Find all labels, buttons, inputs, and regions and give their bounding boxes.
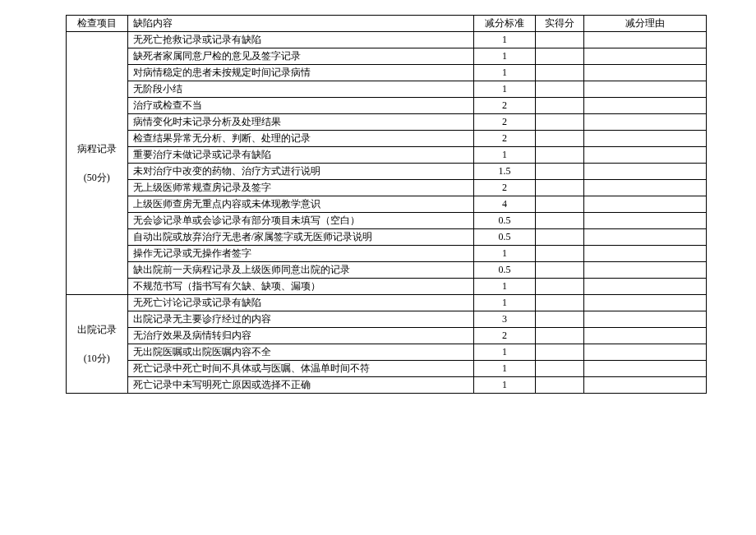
table-row: 死亡记录中未写明死亡原因或选择不正确1 <box>67 377 707 394</box>
defect-content-cell: 对病情稳定的患者未按规定时间记录病情 <box>127 65 474 81</box>
actual-score-cell <box>535 328 583 344</box>
defect-content-cell: 死亡记录中死亡时间不具体或与医嘱、体温单时间不符 <box>127 361 474 377</box>
deduct-reason-cell <box>583 32 706 48</box>
table-row: 上级医师查房无重点内容或未体现教学意识4 <box>67 196 707 213</box>
table-row: 病程记录(50分)无死亡抢救记录或记录有缺陷1 <box>67 32 707 48</box>
actual-score-cell <box>535 344 583 361</box>
defect-content-cell: 无上级医师常规查房记录及签字 <box>127 180 474 196</box>
actual-score-cell <box>535 131 583 147</box>
deduct-reason-cell <box>583 229 706 246</box>
defect-content-cell: 无出院医嘱或出院医嘱内容不全 <box>127 344 474 361</box>
header-deduct-reason: 减分理由 <box>583 16 706 32</box>
defect-content-cell: 无死亡抢救记录或记录有缺陷 <box>127 32 474 48</box>
table-row: 无会诊记录单或会诊记录有部分项目未填写（空白）0.5 <box>67 213 707 229</box>
deduct-reason-cell <box>583 196 706 213</box>
deduct-std-cell: 1 <box>474 32 536 48</box>
actual-score-cell <box>535 262 583 279</box>
defect-content-cell: 未对治疗中改变的药物、治疗方式进行说明 <box>127 164 474 180</box>
deduct-reason-cell <box>583 246 706 262</box>
deduct-std-cell: 1 <box>474 344 536 361</box>
defect-content-cell: 缺出院前一天病程记录及上级医师同意出院的记录 <box>127 262 474 279</box>
category-points: (50分) <box>70 172 124 184</box>
deduct-std-cell: 2 <box>474 180 536 196</box>
deduct-reason-cell <box>583 295 706 311</box>
deduct-std-cell: 2 <box>474 114 536 131</box>
deduct-std-cell: 1 <box>474 361 536 377</box>
table-row: 无上级医师常规查房记录及签字2 <box>67 180 707 196</box>
deduct-reason-cell <box>583 164 706 180</box>
defect-content-cell: 死亡记录中未写明死亡原因或选择不正确 <box>127 377 474 394</box>
deduct-reason-cell <box>583 328 706 344</box>
defect-content-cell: 重要治疗未做记录或记录有缺陷 <box>127 147 474 164</box>
actual-score-cell <box>535 377 583 394</box>
defect-content-cell: 无治疗效果及病情转归内容 <box>127 328 474 344</box>
category-name: 出院记录 <box>70 324 124 336</box>
table-row: 出院记录(10分)无死亡讨论记录或记录有缺陷1 <box>67 295 707 311</box>
deduct-std-cell: 1 <box>474 147 536 164</box>
actual-score-cell <box>535 196 583 213</box>
defect-content-cell: 检查结果异常无分析、判断、处理的记录 <box>127 131 474 147</box>
defect-content-cell: 缺死者家属同意尸检的意见及签字记录 <box>127 48 474 65</box>
actual-score-cell <box>535 180 583 196</box>
deduct-std-cell: 2 <box>474 98 536 114</box>
deduct-reason-cell <box>583 377 706 394</box>
deduct-std-cell: 1 <box>474 65 536 81</box>
category-cell: 出院记录(10分) <box>67 295 128 394</box>
deduct-std-cell: 1 <box>474 377 536 394</box>
actual-score-cell <box>535 81 583 98</box>
deduct-reason-cell <box>583 361 706 377</box>
category-cell: 病程记录(50分) <box>67 32 128 295</box>
actual-score-cell <box>535 361 583 377</box>
defect-content-cell: 不规范书写（指书写有欠缺、缺项、漏项） <box>127 279 474 295</box>
deduct-reason-cell <box>583 213 706 229</box>
actual-score-cell <box>535 246 583 262</box>
table-row: 出院记录无主要诊疗经过的内容3 <box>67 311 707 328</box>
category-name: 病程记录 <box>70 143 124 155</box>
actual-score-cell <box>535 98 583 114</box>
actual-score-cell <box>535 229 583 246</box>
table-row: 无出院医嘱或出院医嘱内容不全1 <box>67 344 707 361</box>
defect-content-cell: 无会诊记录单或会诊记录有部分项目未填写（空白） <box>127 213 474 229</box>
deduct-std-cell: 0.5 <box>474 229 536 246</box>
deduct-std-cell: 0.5 <box>474 213 536 229</box>
defect-content-cell: 上级医师查房无重点内容或未体现教学意识 <box>127 196 474 213</box>
header-deduct-std: 减分标准 <box>474 16 536 32</box>
deduct-reason-cell <box>583 65 706 81</box>
defect-content-cell: 无死亡讨论记录或记录有缺陷 <box>127 295 474 311</box>
deduct-reason-cell <box>583 48 706 65</box>
actual-score-cell <box>535 147 583 164</box>
table-row: 缺出院前一天病程记录及上级医师同意出院的记录0.5 <box>67 262 707 279</box>
deduct-std-cell: 1 <box>474 295 536 311</box>
table-row: 对病情稳定的患者未按规定时间记录病情1 <box>67 65 707 81</box>
table-row: 重要治疗未做记录或记录有缺陷1 <box>67 147 707 164</box>
table-row: 未对治疗中改变的药物、治疗方式进行说明1.5 <box>67 164 707 180</box>
actual-score-cell <box>535 295 583 311</box>
actual-score-cell <box>535 32 583 48</box>
deduct-reason-cell <box>583 262 706 279</box>
header-check-item: 检查项目 <box>67 16 128 32</box>
deduct-reason-cell <box>583 81 706 98</box>
header-defect-content: 缺陷内容 <box>127 16 474 32</box>
defect-content-cell: 无阶段小结 <box>127 81 474 98</box>
deduct-reason-cell <box>583 147 706 164</box>
defect-content-cell: 病情变化时未记录分析及处理结果 <box>127 114 474 131</box>
deduct-reason-cell <box>583 98 706 114</box>
defect-content-cell: 操作无记录或无操作者签字 <box>127 246 474 262</box>
actual-score-cell <box>535 311 583 328</box>
deduct-reason-cell <box>583 344 706 361</box>
defect-content-cell: 治疗或检查不当 <box>127 98 474 114</box>
deduct-std-cell: 2 <box>474 131 536 147</box>
deduct-std-cell: 0.5 <box>474 262 536 279</box>
deduct-std-cell: 1 <box>474 246 536 262</box>
table-row: 缺死者家属同意尸检的意见及签字记录1 <box>67 48 707 65</box>
actual-score-cell <box>535 48 583 65</box>
inspection-table: 检查项目 缺陷内容 减分标准 实得分 减分理由 病程记录(50分)无死亡抢救记录… <box>66 15 707 394</box>
actual-score-cell <box>535 213 583 229</box>
deduct-reason-cell <box>583 311 706 328</box>
deduct-reason-cell <box>583 114 706 131</box>
deduct-std-cell: 2 <box>474 328 536 344</box>
deduct-std-cell: 1.5 <box>474 164 536 180</box>
deduct-std-cell: 3 <box>474 311 536 328</box>
table-row: 无治疗效果及病情转归内容2 <box>67 328 707 344</box>
defect-content-cell: 出院记录无主要诊疗经过的内容 <box>127 311 474 328</box>
